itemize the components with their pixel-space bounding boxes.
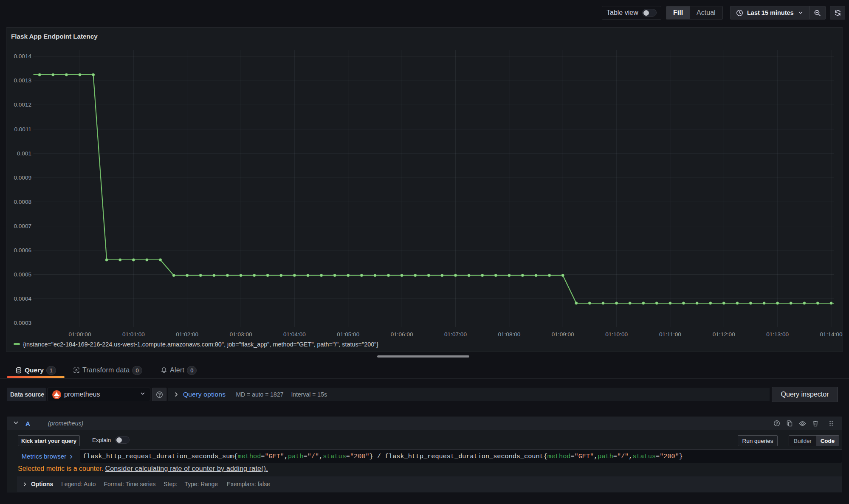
svg-text:01:13:00: 01:13:00	[766, 331, 789, 338]
svg-text:0.0006: 0.0006	[14, 247, 31, 253]
svg-text:0.0014: 0.0014	[14, 53, 31, 59]
svg-text:01:06:00: 01:06:00	[391, 331, 413, 338]
svg-text:0.0009: 0.0009	[14, 175, 31, 181]
svg-text:0.0011: 0.0011	[14, 126, 31, 132]
svg-text:01:14:00: 01:14:00	[820, 331, 843, 338]
svg-text:0.001: 0.001	[17, 150, 31, 157]
svg-text:0.0007: 0.0007	[14, 223, 31, 229]
svg-text:0.0012: 0.0012	[14, 101, 31, 108]
svg-text:0.0005: 0.0005	[14, 271, 31, 278]
svg-text:0.0008: 0.0008	[14, 199, 31, 205]
svg-text:01:04:00: 01:04:00	[283, 331, 306, 338]
svg-text:01:00:00: 01:00:00	[69, 331, 91, 338]
svg-text:0.0003: 0.0003	[14, 320, 31, 326]
svg-text:01:10:00: 01:10:00	[605, 331, 628, 338]
svg-text:01:07:00: 01:07:00	[444, 331, 467, 338]
svg-text:01:03:00: 01:03:00	[230, 331, 252, 338]
svg-text:0.0004: 0.0004	[14, 296, 31, 302]
svg-text:01:05:00: 01:05:00	[337, 331, 359, 338]
svg-text:01:01:00: 01:01:00	[122, 331, 145, 338]
svg-text:01:02:00: 01:02:00	[176, 331, 198, 338]
svg-text:0.0013: 0.0013	[14, 77, 31, 84]
svg-text:01:09:00: 01:09:00	[552, 331, 574, 338]
svg-text:01:08:00: 01:08:00	[498, 331, 520, 338]
svg-text:01:11:00: 01:11:00	[659, 331, 681, 338]
svg-text:{instance="ec2-184-169-216-224: {instance="ec2-184-169-216-224.us-west-1…	[23, 341, 378, 348]
svg-text:01:12:00: 01:12:00	[713, 331, 735, 338]
